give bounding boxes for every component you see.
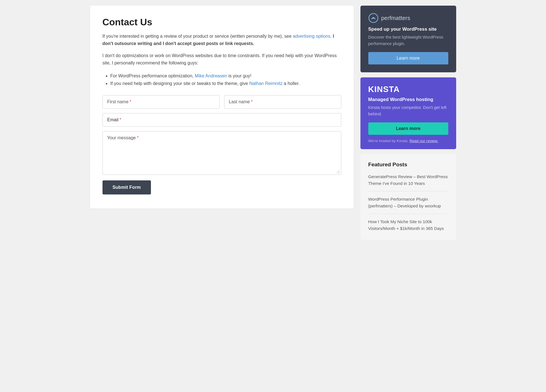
contact-form: First name* Last name* Email* Your messa… (102, 95, 341, 194)
page-title: Contact Us (102, 17, 341, 28)
sidebar: perfmatters Speed up your WordPress site… (360, 6, 456, 240)
first-name-field[interactable]: First name* (102, 95, 220, 109)
email-label: Email* (107, 117, 121, 122)
kinsta-learn-more-button[interactable]: Learn more (368, 122, 448, 135)
kinsta-review-link[interactable]: Read our review. (409, 139, 438, 143)
featured-posts-card: Featured Posts GeneratePress Review – Be… (360, 154, 456, 239)
kinsta-heading: Managed WordPress hosting (368, 97, 448, 102)
bullet-item-1: For WordPress performance optimization, … (110, 72, 341, 80)
featured-posts-heading: Featured Posts (368, 162, 448, 168)
bullet-2-text-after: a holler. (282, 81, 299, 86)
bullet-2-text-before: If you need help with designing your sit… (110, 81, 249, 86)
first-name-required: * (130, 99, 131, 104)
message-field[interactable]: Your message* (102, 131, 341, 175)
perfmatters-heading: Speed up your WordPress site (368, 26, 448, 32)
bullet-item-2: If you need help with designing your sit… (110, 80, 341, 87)
bullet-1-text-after: is your guy! (227, 73, 251, 78)
intro-paragraph: If you're interested in getting a review… (102, 33, 341, 48)
nathan-reimnitz-link[interactable]: Nathan Reimnitz (249, 81, 282, 86)
perfmatters-description: Discover the best lightweight WordPress … (368, 34, 448, 47)
perfmatters-header: perfmatters (368, 13, 448, 23)
kinsta-card: KINSTA Managed WordPress hosting Kinsta … (360, 77, 456, 149)
kinsta-footer: We're hosted by Kinsta. Read our review. (368, 139, 448, 143)
kinsta-brand-name: KINSTA (368, 85, 448, 94)
main-content-area: Contact Us If you're interested in getti… (90, 6, 354, 209)
perfmatters-brand-name: perfmatters (381, 15, 410, 21)
first-name-label: First name* (107, 99, 132, 104)
featured-post-item-3[interactable]: How I Took My Niche Site to 100k Visitor… (368, 218, 448, 232)
message-required: * (137, 135, 139, 140)
message-label: Your message* (107, 135, 139, 140)
kinsta-description: Kinsta hosts your competitor. Don't get … (368, 104, 448, 117)
svg-point-1 (373, 17, 374, 19)
intro-text-before: If you're interested in getting a review… (102, 34, 293, 39)
last-name-label: Last name* (229, 99, 253, 104)
perfmatters-card: perfmatters Speed up your WordPress site… (360, 6, 456, 72)
last-name-required: * (251, 99, 253, 104)
perfmatters-learn-more-button[interactable]: Learn more (368, 52, 448, 64)
featured-post-item-1[interactable]: GeneratePress Review – Best WordPress Th… (368, 173, 448, 191)
submit-button[interactable]: Submit Form (102, 180, 151, 194)
featured-post-item-2[interactable]: WordPress Performance Plugin (perfmatter… (368, 196, 448, 214)
recommendations-list: For WordPress performance optimization, … (102, 72, 341, 87)
perfmatters-icon (368, 13, 378, 23)
name-row: First name* Last name* (102, 95, 341, 109)
mike-andreasen-link[interactable]: Mike Andreasen (195, 73, 227, 78)
textarea-resize-handle (336, 170, 340, 173)
email-required: * (120, 117, 121, 122)
last-name-field[interactable]: Last name* (224, 95, 341, 109)
kinsta-footer-text: We're hosted by Kinsta. (368, 139, 409, 143)
second-paragraph: I don't do optimizations or work on Word… (102, 52, 341, 67)
email-field[interactable]: Email* (102, 113, 341, 127)
advertising-options-link[interactable]: advertising options (293, 34, 330, 39)
bullet-1-text-before: For WordPress performance optimization, (110, 73, 195, 78)
